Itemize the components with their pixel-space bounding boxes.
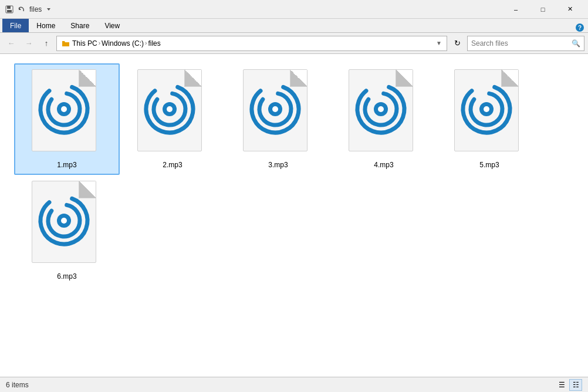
file-icon-wrapper-6: [32, 181, 102, 269]
file-item-5[interactable]: 5.mp3: [437, 63, 542, 175]
address-bar: ← → ↑ This PC › Windows (C:) › files ▼ ↻…: [0, 33, 588, 54]
file-name-1: 1.mp3: [57, 161, 76, 169]
file-mp3-icon-6: [35, 191, 93, 250]
title-bar-left: files: [5, 5, 52, 14]
view-buttons: ☰ ☷: [555, 379, 582, 391]
breadcrumb-this-pc[interactable]: This PC: [72, 39, 97, 48]
file-name-6: 6.mp3: [57, 272, 76, 281]
ribbon: File Home Share View ?: [0, 19, 588, 33]
svg-rect-1: [7, 6, 11, 9]
back-button[interactable]: ←: [4, 36, 19, 51]
file-name-4: 4.mp3: [374, 161, 393, 169]
help-icon[interactable]: ?: [575, 23, 584, 32]
quick-access-undo-icon[interactable]: [16, 5, 26, 14]
status-bar: 6 items ☰ ☷: [0, 377, 588, 392]
file-item-6[interactable]: 6.mp3: [14, 175, 120, 286]
ribbon-tabs: File Home Share View ?: [0, 19, 588, 32]
forward-button[interactable]: →: [21, 36, 36, 51]
up-button[interactable]: ↑: [39, 36, 54, 51]
title-bar-icons: [5, 5, 26, 14]
file-name-2: 2.mp3: [163, 161, 182, 169]
folder-icon: [62, 39, 70, 48]
file-mp3-icon-2: [140, 80, 199, 138]
file-mp3-icon-1: [35, 80, 93, 138]
search-input[interactable]: [471, 39, 569, 48]
tab-file[interactable]: File: [2, 19, 29, 32]
file-icon-wrapper-5: [454, 69, 525, 157]
file-item-4[interactable]: 4.mp3: [331, 63, 437, 175]
file-mp3-icon-3: [246, 80, 305, 138]
file-icon-wrapper-2: [137, 69, 208, 157]
tab-home[interactable]: Home: [29, 19, 63, 32]
file-icon-wrapper-3: [243, 69, 313, 157]
refresh-button[interactable]: ↻: [450, 36, 465, 51]
address-path: This PC › Windows (C:) › files: [72, 39, 434, 48]
breadcrumb-sep-1: ›: [99, 40, 100, 46]
svg-marker-4: [47, 8, 50, 11]
svg-rect-2: [7, 10, 12, 12]
svg-point-14: [167, 106, 173, 112]
title-dropdown-icon[interactable]: [45, 6, 52, 13]
quick-access-save-icon[interactable]: [5, 5, 14, 14]
address-box[interactable]: This PC › Windows (C:) › files ▼: [56, 36, 447, 51]
tab-share[interactable]: Share: [63, 19, 97, 32]
file-icon-wrapper-4: [349, 69, 419, 157]
file-mp3-icon-4: [352, 80, 410, 138]
item-count: 6 items: [6, 381, 29, 389]
minimize-button[interactable]: –: [502, 0, 529, 19]
svg-point-26: [484, 106, 489, 112]
maximize-button[interactable]: □: [529, 0, 556, 19]
file-name-3: 3.mp3: [268, 161, 288, 169]
file-area: 1.mp32.mp33.mp34.mp35.mp36.mp3: [0, 54, 588, 377]
address-dropdown-icon[interactable]: ▼: [436, 40, 442, 46]
svg-text:?: ?: [578, 25, 582, 31]
file-icon-wrapper-1: [32, 69, 102, 157]
breadcrumb-sep-2: ›: [145, 40, 147, 46]
details-view-button[interactable]: ☰: [555, 379, 568, 391]
file-item-3[interactable]: 3.mp3: [225, 63, 331, 175]
search-box[interactable]: 🔍: [467, 36, 584, 51]
svg-point-22: [378, 106, 384, 112]
large-icons-view-button[interactable]: ☷: [569, 379, 582, 391]
file-item-1[interactable]: 1.mp3: [14, 63, 120, 175]
search-icon: 🔍: [572, 39, 580, 48]
title-bar: files – □ ✕: [0, 0, 588, 19]
main-area: 1.mp32.mp33.mp34.mp35.mp36.mp3: [0, 54, 588, 377]
svg-point-30: [61, 218, 67, 224]
breadcrumb-windows-c[interactable]: Windows (C:): [102, 39, 144, 48]
title-bar-controls: – □ ✕: [502, 0, 583, 19]
svg-point-18: [272, 106, 278, 112]
tab-view[interactable]: View: [97, 19, 127, 32]
close-button[interactable]: ✕: [556, 0, 583, 19]
svg-point-10: [61, 106, 67, 112]
breadcrumb-files[interactable]: files: [148, 39, 160, 48]
file-mp3-icon-5: [457, 80, 516, 138]
window-title: files: [29, 5, 42, 13]
file-name-5: 5.mp3: [479, 161, 499, 169]
file-item-2[interactable]: 2.mp3: [120, 63, 225, 175]
